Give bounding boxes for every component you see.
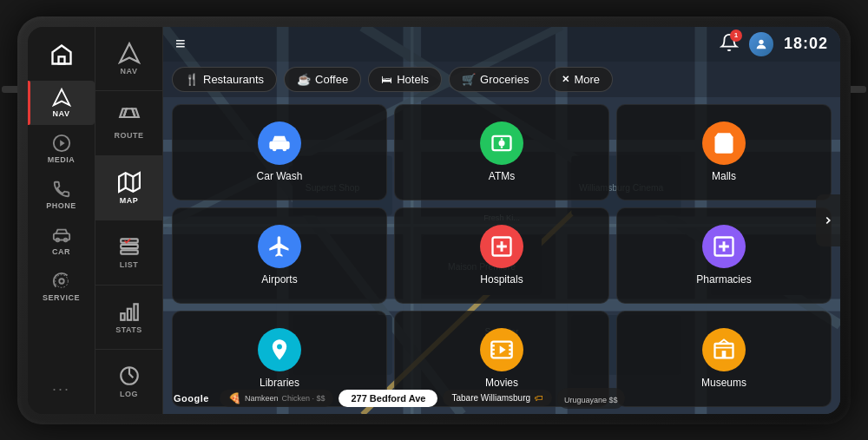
svg-rect-16 — [121, 313, 124, 320]
malls-icon — [702, 121, 746, 165]
svg-point-48 — [283, 148, 287, 152]
nav-panel-route-label: ROUTE — [115, 131, 144, 140]
tab-groceries[interactable]: 🛒 Groceries — [449, 67, 542, 92]
scroll-right-button[interactable] — [816, 194, 840, 246]
svg-point-45 — [759, 39, 763, 43]
poi-pharmacies[interactable]: Pharmacies — [616, 207, 832, 304]
bottom-bar: Google 🍕 Namkeen Chicken · $$ 277 Bedfor… — [163, 383, 840, 414]
svg-marker-9 — [120, 43, 139, 62]
hotels-label: Hotels — [397, 73, 429, 86]
tab-restaurants[interactable]: 🍴 Restaurants — [172, 67, 277, 92]
museums-icon — [702, 328, 746, 371]
sidebar-item-media[interactable]: MEDIA — [28, 127, 95, 171]
svg-point-47 — [273, 148, 277, 152]
more-close-icon: ✕ — [562, 74, 569, 85]
poi-car-wash[interactable]: Car Wash — [172, 104, 387, 200]
time-display: 18:02 — [784, 35, 828, 53]
sidebar: NAV MEDIA PHONE — [28, 27, 95, 414]
nav-panel-log[interactable]: LOG — [95, 350, 162, 414]
more-label: More — [574, 73, 600, 86]
sidebar-item-nav[interactable]: NAV — [28, 81, 95, 125]
device-shell: NAV MEDIA PHONE — [17, 16, 851, 424]
tab-more[interactable]: ✕ More — [549, 67, 613, 92]
svg-rect-17 — [127, 309, 130, 320]
svg-rect-70 — [722, 351, 727, 358]
nav-panel-stats[interactable]: STATS — [95, 286, 162, 351]
poi-hospitals[interactable]: Hospitals — [394, 207, 609, 304]
hospitals-label: Hospitals — [480, 273, 523, 286]
nav-panel-nav-label: NAV — [121, 67, 138, 76]
car-wash-label: Car Wash — [257, 170, 303, 182]
svg-marker-62 — [500, 345, 506, 353]
address-pill[interactable]: 277 Bedford Ave — [339, 390, 437, 407]
poi-grid: Car Wash ATMs — [163, 97, 840, 414]
coffee-label: Coffee — [315, 73, 348, 86]
google-logo: Google — [174, 393, 209, 404]
groceries-label: Groceries — [480, 73, 529, 86]
poi-marker-1: 🍕 Namkeen Chicken · $$ — [220, 390, 334, 407]
poi-atms[interactable]: ATMs — [394, 104, 609, 200]
home-button[interactable] — [28, 34, 95, 76]
nav-panel-stats-label: STATS — [115, 325, 142, 334]
groceries-icon: 🛒 — [462, 73, 476, 86]
svg-marker-10 — [119, 173, 140, 192]
atms-label: ATMs — [489, 170, 515, 182]
nav-panel-map[interactable]: MAP — [95, 156, 162, 221]
sidebar-more-dots[interactable]: ··· — [52, 380, 70, 407]
svg-rect-15 — [121, 251, 138, 254]
nav-panel-route[interactable]: ROUTE — [95, 91, 162, 156]
malls-label: Malls — [712, 170, 736, 182]
main-area: Superst Shop Maison Premiere Williamsbur… — [163, 27, 840, 414]
sidebar-label-car: CAR — [52, 247, 70, 256]
screen: NAV MEDIA PHONE — [28, 27, 840, 414]
car-wash-icon — [258, 121, 301, 165]
sidebar-label-service: SERVICE — [43, 293, 80, 302]
svg-rect-46 — [269, 141, 289, 149]
place-name: Tabare Williamsburg — [451, 393, 530, 403]
tab-hotels[interactable]: 🛏 Hotels — [368, 67, 442, 92]
hamburger-menu[interactable]: ≡ — [175, 34, 186, 54]
coffee-icon: ☕ — [297, 73, 311, 86]
nav-panel-map-label: MAP — [120, 196, 139, 205]
svg-point-60 — [277, 345, 282, 350]
pharmacies-icon — [702, 225, 746, 268]
airports-label: Airports — [261, 273, 297, 286]
svg-rect-14 — [121, 245, 138, 248]
svg-marker-3 — [60, 140, 65, 146]
svg-rect-18 — [134, 304, 137, 319]
sidebar-label-phone: PHONE — [46, 201, 76, 210]
libraries-icon — [258, 328, 301, 371]
sidebar-label-nav: NAV — [53, 109, 70, 118]
top-bar: ≡ 1 18:02 — [163, 27, 840, 62]
airports-icon — [258, 225, 301, 268]
poi-airports[interactable]: Airports — [172, 207, 387, 304]
notification-count: 1 — [730, 30, 742, 42]
place-sub: Uruguayane $$ — [557, 388, 625, 409]
category-tabs: 🍴 Restaurants ☕ Coffee 🛏 Hotels 🛒 Grocer… — [163, 62, 840, 97]
movies-icon — [480, 328, 523, 371]
notification-bell[interactable]: 1 — [720, 33, 739, 56]
tab-coffee[interactable]: ☕ Coffee — [284, 67, 361, 92]
atms-icon — [480, 121, 523, 165]
top-bar-right: 1 18:02 — [720, 32, 828, 56]
hospitals-icon — [480, 225, 523, 268]
nav-panel-log-label: LOG — [120, 390, 138, 398]
nav-panel-nav[interactable]: NAV — [95, 27, 162, 92]
nav-panel: NAV ROUTE MAP — [95, 27, 163, 414]
svg-rect-0 — [58, 56, 64, 63]
sidebar-item-service[interactable]: SERVICE — [28, 265, 95, 309]
svg-marker-1 — [53, 89, 69, 104]
poi-malls[interactable]: Malls — [616, 104, 832, 200]
restaurants-icon: 🍴 — [185, 73, 199, 86]
sidebar-item-phone[interactable]: PHONE — [28, 173, 95, 217]
pharmacies-label: Pharmacies — [696, 273, 751, 286]
svg-point-50 — [499, 141, 505, 147]
svg-point-7 — [59, 279, 64, 284]
sidebar-label-media: MEDIA — [48, 155, 76, 164]
place-pill: Tabare Williamsburg 🏷 — [443, 390, 552, 406]
restaurants-label: Restaurants — [203, 73, 264, 86]
nav-panel-list[interactable]: LIST — [95, 220, 162, 286]
nav-panel-list-label: LIST — [120, 260, 139, 269]
sidebar-item-car[interactable]: CAR — [28, 219, 95, 263]
user-avatar[interactable] — [749, 32, 773, 56]
